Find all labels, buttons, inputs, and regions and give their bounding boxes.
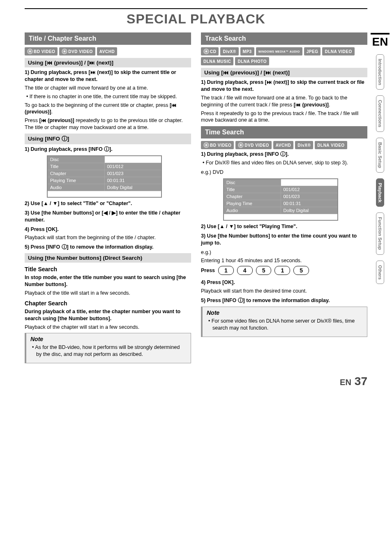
tab-connections[interactable]: Connections	[376, 95, 384, 132]
num-btn-1b: 1	[274, 266, 290, 275]
info-table-left: Disc Title001/012 Chapter001/023 Playing…	[47, 155, 162, 198]
heading-time-search: Time Search	[201, 126, 367, 138]
num-btn-5b: 5	[293, 266, 309, 275]
badge-divx-2: DivX®	[295, 141, 313, 149]
badge-avchd-2: AVCHD	[273, 141, 293, 149]
info-table-right: Disc Title001/012 Chapter001/023 Playing…	[223, 178, 338, 221]
badge-dlna-music: DLNA MUSIC	[201, 57, 233, 65]
step1-p3: Press [⏮ (previous)] repeatedly to go to…	[25, 117, 191, 131]
title-search-bold: In stop mode, enter the title number you…	[25, 274, 191, 288]
badges-time: BD VIDEO DVD VIDEO AVCHD DivX® DLNA VIDE…	[201, 141, 367, 149]
badge-bd-video-2: BD VIDEO	[201, 141, 234, 149]
note-left: Note • As for the BD-video, how it perfo…	[25, 333, 191, 363]
t-step4-sub: Playback will start from the desired tim…	[201, 288, 367, 295]
badge-dvd-video: DVD VIDEO	[59, 47, 95, 55]
num-btn-5a: 5	[256, 266, 272, 275]
chapter-search-bold: During playback of a title, enter the ch…	[25, 308, 191, 322]
num-btn-4: 4	[237, 266, 253, 275]
chapter-search-text: Playback of the chapter will start in a …	[25, 324, 191, 331]
tab-function-setup[interactable]: Function Setup	[376, 212, 384, 254]
info-step4: Press [OK].	[31, 226, 59, 232]
side-tabs: EN Introduction Connections Basic Setup …	[368, 33, 392, 284]
badge-dlna-video-2: DLNA VIDEO	[315, 141, 347, 149]
page-footer: EN37	[0, 372, 392, 394]
step1-line1: The title or chapter will move forward b…	[25, 85, 191, 92]
info-step4-sub: Playback will start from the beginning o…	[25, 234, 191, 241]
eg2: e.g.)	[201, 249, 367, 256]
info-step2: Use [▲ / ▼] to select "Title" or "Chapte…	[31, 201, 132, 206]
note-right: Note • For some video files on DLNA home…	[201, 307, 367, 337]
title-search-heading: Title Search	[25, 266, 191, 272]
badge-dlna-video: DLNA VIDEO	[322, 47, 354, 55]
subhead-r-prev-next: Using [⏮ (previous)] / [⏭ (next)]	[201, 68, 367, 77]
badge-wma: WINDOWS MEDIA™ AUDIO	[256, 47, 302, 55]
title-search-text: Playback of the title will start in a fe…	[25, 290, 191, 297]
step1-bullet: • If there is no chapter in one title, t…	[30, 93, 191, 100]
left-column: Title / Chapter Search BD VIDEO DVD VIDE…	[25, 31, 191, 363]
t-step5: Press [INFO ⓘ] to remove the information…	[207, 298, 330, 303]
t-step3: Use [the Number buttons] to enter the ti…	[201, 233, 357, 246]
press-row: Press 1 4 5 1 5	[201, 266, 367, 275]
badge-mp3: MP3	[240, 47, 254, 55]
r-step1-p1: The track / file will move forward one a…	[201, 95, 367, 108]
r-step1-bold: During playback, press [⏭ (next)] to ski…	[201, 79, 364, 92]
eg2-line: Entering 1 hour 45 minutes and 15 second…	[201, 257, 367, 264]
t-step1: During playback, press [INFO ⓘ].	[207, 151, 289, 157]
subhead-direct-search: Using [the Number buttons] (Direct Searc…	[25, 253, 191, 263]
badge-bd-video: BD VIDEO	[25, 47, 58, 55]
heading-title-chapter-search: Title / Chapter Search	[25, 32, 191, 45]
badge-jpeg: JPEG	[304, 47, 321, 55]
badges-track: CD DivX® MP3 WINDOWS MEDIA™ AUDIO JPEG D…	[201, 47, 367, 65]
subhead-using-info: Using [INFO ⓘ]	[25, 134, 191, 144]
badge-dlna-photo: DLNA PHOTO	[235, 57, 269, 65]
badge-dvd-video-2: DVD VIDEO	[235, 141, 272, 149]
r-step1-p2: Press it repeatedly to go to the previou…	[201, 110, 367, 124]
subhead-prev-next: Using [⏮ (previous)] / [⏭ (next)]	[25, 58, 191, 67]
tab-introduction[interactable]: Introduction	[376, 54, 384, 90]
step1-bold: During playback, press [⏭ (next)] to ski…	[25, 69, 176, 82]
badge-avchd: AVCHD	[97, 47, 117, 55]
chapter-search-heading: Chapter Search	[25, 300, 191, 307]
info-step3: Use [the Number buttons] or [◀ / ▶] to e…	[25, 210, 180, 223]
tab-playback[interactable]: Playback	[376, 178, 384, 207]
step1-p2: To go back to the beginning of the curre…	[25, 102, 191, 116]
right-column: Track Search CD DivX® MP3 WINDOWS MEDIA™…	[201, 31, 367, 363]
heading-track-search: Track Search	[201, 32, 367, 45]
num-btn-1a: 1	[218, 266, 234, 275]
tab-basic-setup[interactable]: Basic Setup	[376, 138, 384, 173]
t-step1-bullet: • For DivX® files and video files on DLN…	[207, 159, 367, 166]
eg-dvd: e.g.) DVD	[201, 169, 367, 176]
page-title: SPECIAL PLAYBACK	[25, 12, 367, 27]
info-step1: During playback, press [INFO ⓘ].	[31, 146, 113, 152]
badge-divx: DivX®	[220, 47, 238, 55]
t-step4: Press [OK].	[207, 279, 235, 285]
badge-cd: CD	[201, 47, 219, 55]
lang-tag: EN	[371, 33, 390, 48]
badges-title-chapter: BD VIDEO DVD VIDEO AVCHD	[25, 47, 191, 55]
tab-others[interactable]: Others	[376, 261, 384, 284]
info-step5: Press [INFO ⓘ] to remove the information…	[31, 244, 154, 250]
t-step2: Use [▲ / ▼] to select "Playing Time".	[207, 224, 297, 229]
